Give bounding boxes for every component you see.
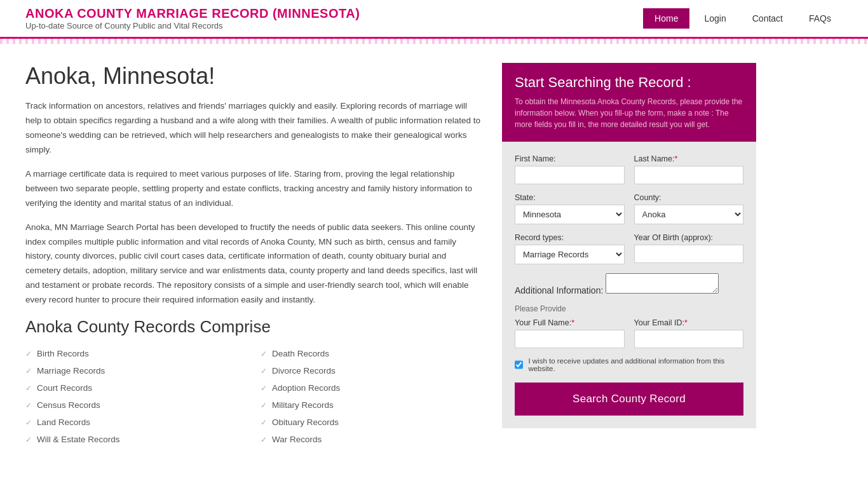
list-item: ✓Land Records bbox=[25, 415, 248, 430]
list-item: ✓Marriage Records bbox=[25, 363, 248, 378]
year-of-birth-label: Year Of Birth (approx): bbox=[634, 233, 744, 242]
form-header: Start Searching the Record : To obtain t… bbox=[502, 63, 756, 142]
check-icon: ✓ bbox=[261, 418, 267, 427]
additional-info-textarea[interactable] bbox=[606, 273, 719, 294]
record-type-select[interactable]: Marriage Records Birth Records Death Rec… bbox=[515, 245, 625, 264]
list-item: ✓Will & Estate Records bbox=[25, 432, 248, 447]
form-body: First Name: Last Name:* State: Minnesota bbox=[502, 142, 756, 428]
last-name-input[interactable] bbox=[634, 166, 744, 184]
last-name-group: Last Name:* bbox=[634, 154, 744, 184]
additional-info-group: Additional Information: bbox=[515, 273, 743, 295]
nav-home[interactable]: Home bbox=[643, 8, 689, 29]
first-name-label: First Name: bbox=[515, 154, 625, 163]
check-icon: ✓ bbox=[261, 384, 267, 393]
state-select[interactable]: Minnesota Alabama Alaska Arizona bbox=[515, 205, 625, 224]
email-group: Your Email ID:* bbox=[634, 318, 744, 348]
check-icon: ✓ bbox=[261, 349, 267, 358]
check-icon: ✓ bbox=[25, 384, 32, 393]
intro-paragraph-3: Anoka, MN Marriage Search Portal has bee… bbox=[25, 220, 483, 308]
record-label: Obituary Records bbox=[272, 417, 339, 427]
record-label: Military Records bbox=[272, 400, 334, 410]
check-icon: ✓ bbox=[261, 435, 267, 444]
intro-paragraph-2: A marriage certificate data is required … bbox=[25, 167, 483, 211]
decorative-bar bbox=[0, 39, 868, 44]
check-icon: ✓ bbox=[261, 401, 267, 410]
state-group: State: Minnesota Alabama Alaska Arizona bbox=[515, 193, 625, 224]
records-heading: Anoka County Records Comprise bbox=[25, 317, 483, 337]
year-of-birth-input[interactable] bbox=[634, 245, 744, 263]
full-name-label: Your Full Name:* bbox=[515, 318, 625, 327]
record-label: Census Records bbox=[37, 400, 100, 410]
list-item: ✓Adoption Records bbox=[261, 381, 483, 395]
year-of-birth-group: Year Of Birth (approx): bbox=[634, 233, 744, 264]
list-item: ✓Death Records bbox=[261, 346, 483, 361]
additional-info-label: Additional Information: bbox=[515, 285, 603, 295]
county-select[interactable]: Anoka Hennepin Ramsey bbox=[634, 205, 744, 224]
intro-paragraph-1: Track information on ancestors, relative… bbox=[25, 99, 483, 158]
list-item: ✓Military Records bbox=[261, 398, 483, 412]
page-heading: Anoka, Minnesota! bbox=[25, 63, 483, 90]
county-label: County: bbox=[634, 193, 744, 202]
records-list: ✓Birth Records✓Death Records✓Marriage Re… bbox=[25, 346, 483, 447]
record-label: Birth Records bbox=[37, 349, 89, 358]
check-icon: ✓ bbox=[25, 418, 32, 427]
nav-login[interactable]: Login bbox=[693, 8, 737, 29]
left-content: Anoka, Minnesota! Track information on a… bbox=[25, 63, 483, 447]
main-nav: Home Login Contact FAQs bbox=[643, 8, 843, 29]
full-name-group: Your Full Name:* bbox=[515, 318, 625, 348]
right-panel: Start Searching the Record : To obtain t… bbox=[502, 63, 756, 447]
email-input[interactable] bbox=[634, 330, 744, 348]
list-item: ✓Court Records bbox=[25, 381, 248, 395]
list-item: ✓War Records bbox=[261, 432, 483, 447]
county-group: County: Anoka Hennepin Ramsey bbox=[634, 193, 744, 224]
brand: ANOKA COUNTY MARRIAGE RECORD (MINNESOTA)… bbox=[25, 6, 360, 30]
check-icon: ✓ bbox=[25, 401, 32, 410]
record-label: Will & Estate Records bbox=[37, 435, 120, 444]
record-label: Adoption Records bbox=[272, 383, 340, 393]
record-label: Divorce Records bbox=[272, 366, 336, 376]
email-label: Your Email ID:* bbox=[634, 318, 744, 327]
list-item: ✓Divorce Records bbox=[261, 363, 483, 378]
check-icon: ✓ bbox=[261, 367, 267, 376]
name-row: First Name: Last Name:* bbox=[515, 154, 743, 184]
first-name-group: First Name: bbox=[515, 154, 625, 184]
form-title: Start Searching the Record : bbox=[515, 74, 743, 91]
record-label: Court Records bbox=[37, 383, 92, 393]
form-description: To obtain the Minnesota Anoka County Rec… bbox=[515, 96, 743, 130]
record-type-row: Record types: Marriage Records Birth Rec… bbox=[515, 233, 743, 264]
record-label: Land Records bbox=[37, 417, 90, 427]
please-provide-label: Please Provide bbox=[515, 304, 743, 313]
check-icon: ✓ bbox=[25, 367, 32, 376]
first-name-input[interactable] bbox=[515, 166, 625, 184]
site-subtitle: Up-to-date Source of County Public and V… bbox=[25, 21, 360, 30]
checkbox-label: I wish to receive updates and additional… bbox=[528, 357, 743, 372]
full-name-input[interactable] bbox=[515, 330, 625, 348]
state-label: State: bbox=[515, 193, 625, 202]
search-button[interactable]: Search County Record bbox=[515, 383, 743, 416]
record-type-label: Record types: bbox=[515, 233, 625, 242]
updates-checkbox[interactable] bbox=[515, 360, 523, 369]
list-item: ✓Obituary Records bbox=[261, 415, 483, 430]
record-label: Death Records bbox=[272, 349, 329, 358]
record-type-group: Record types: Marriage Records Birth Rec… bbox=[515, 233, 625, 264]
last-name-label: Last Name:* bbox=[634, 154, 744, 163]
record-label: War Records bbox=[272, 435, 322, 444]
nav-contact[interactable]: Contact bbox=[741, 8, 794, 29]
site-title: ANOKA COUNTY MARRIAGE RECORD (MINNESOTA) bbox=[25, 6, 360, 21]
main-content: Anoka, Minnesota! Track information on a… bbox=[0, 44, 868, 466]
personal-info-row: Your Full Name:* Your Email ID:* bbox=[515, 318, 743, 348]
record-label: Marriage Records bbox=[37, 366, 105, 376]
checkbox-row: I wish to receive updates and additional… bbox=[515, 357, 743, 372]
check-icon: ✓ bbox=[25, 435, 32, 444]
nav-faqs[interactable]: FAQs bbox=[797, 8, 843, 29]
header: ANOKA COUNTY MARRIAGE RECORD (MINNESOTA)… bbox=[0, 0, 868, 39]
list-item: ✓Census Records bbox=[25, 398, 248, 412]
check-icon: ✓ bbox=[25, 349, 32, 358]
list-item: ✓Birth Records bbox=[25, 346, 248, 361]
state-county-row: State: Minnesota Alabama Alaska Arizona … bbox=[515, 193, 743, 224]
